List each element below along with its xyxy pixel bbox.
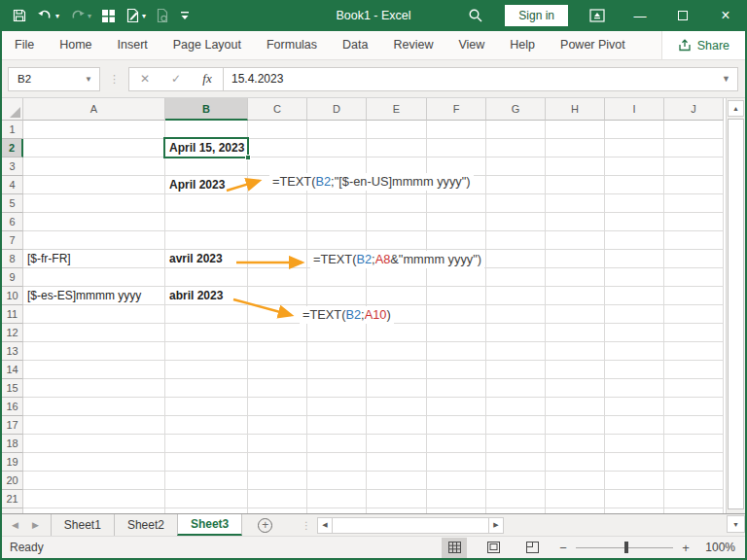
undo-icon[interactable]: ▾ — [33, 3, 63, 28]
save-icon[interactable] — [8, 3, 31, 28]
row-header-10[interactable]: 10 — [2, 287, 23, 305]
worksheet-grid[interactable]: ABCDEFGHIJ 12345678910111213141516171819… — [2, 98, 745, 513]
row-header-6[interactable]: 6 — [2, 213, 23, 231]
column-header-J[interactable]: J — [664, 98, 724, 121]
minimize-button[interactable]: — — [619, 0, 661, 31]
row-header-16[interactable]: 16 — [2, 398, 23, 416]
tab-help[interactable]: Help — [497, 31, 548, 59]
row-header-5[interactable]: 5 — [2, 194, 23, 213]
row-header-3[interactable]: 3 — [2, 158, 23, 176]
row-header-12[interactable]: 12 — [2, 324, 23, 342]
zoom-out-button[interactable]: − — [558, 541, 568, 555]
column-header-G[interactable]: G — [486, 98, 546, 121]
search-icon[interactable] — [454, 0, 497, 31]
tab-data[interactable]: Data — [330, 31, 380, 59]
column-header-D[interactable]: D — [307, 98, 367, 121]
row-header-2[interactable]: 2 — [2, 139, 23, 158]
formula-input[interactable]: 15.4.2023 ▼ — [224, 67, 738, 91]
row-header-11[interactable]: 11 — [2, 305, 23, 324]
scroll-down-icon[interactable]: ▼ — [727, 515, 745, 533]
enter-icon[interactable]: ✓ — [160, 72, 192, 86]
page-layout-view-icon[interactable] — [480, 538, 506, 558]
cancel-icon[interactable]: ✕ — [129, 72, 160, 86]
ribbon-display-options-icon[interactable] — [576, 0, 619, 31]
row-header-21[interactable]: 21 — [2, 490, 23, 508]
formula-text-row-4: =TEXT(B2;"[$-en-US]mmmm yyyy") — [269, 173, 474, 191]
tab-review[interactable]: Review — [380, 31, 445, 59]
row-header-14[interactable]: 14 — [2, 361, 23, 379]
insert-function-icon[interactable]: fx — [192, 71, 223, 87]
zoom-control: − + — [558, 541, 691, 555]
sheet-nav-left-icon[interactable]: ◀ — [12, 520, 18, 530]
cell-B4[interactable]: April 2023 — [169, 176, 225, 194]
tab-power-pivot[interactable]: Power Pivot — [548, 31, 638, 59]
column-header-C[interactable]: C — [248, 98, 307, 121]
column-header-A[interactable]: A — [23, 98, 165, 121]
row-header-19[interactable]: 19 — [2, 453, 23, 472]
tab-view[interactable]: View — [445, 31, 497, 59]
vertical-scrollbar-thumb[interactable] — [728, 119, 744, 509]
scroll-left-icon[interactable]: ◀ — [317, 517, 333, 534]
fill-handle[interactable] — [245, 155, 251, 160]
column-header-H[interactable]: H — [546, 98, 605, 121]
cell-A10[interactable]: [$-es-ES]mmmm yyyy — [27, 287, 141, 305]
sheet-nav-right-icon[interactable]: ▶ — [32, 520, 39, 530]
sheet-tab-sheet2[interactable]: Sheet2 — [114, 514, 177, 536]
tab-page-layout[interactable]: Page Layout — [160, 31, 254, 59]
row-header-9[interactable]: 9 — [2, 268, 23, 287]
zoom-in-button[interactable]: + — [681, 541, 691, 555]
formula-bar-divider: ⋮ — [109, 73, 120, 86]
cell-B8[interactable]: avril 2023 — [169, 250, 223, 268]
tab-insert[interactable]: Insert — [105, 31, 160, 59]
maximize-button[interactable] — [661, 0, 704, 31]
customize-toolbar-icon[interactable] — [175, 3, 195, 28]
row-header-1[interactable]: 1 — [2, 121, 23, 139]
row-header-18[interactable]: 18 — [2, 435, 23, 453]
expand-formula-bar-icon[interactable]: ▼ — [722, 74, 737, 84]
redo-icon: ▾ — [65, 3, 95, 28]
sheet-tab-sheet3[interactable]: Sheet3 — [177, 514, 242, 536]
row-header-13[interactable]: 13 — [2, 342, 23, 361]
paste-special-icon[interactable]: ▾ — [122, 3, 150, 28]
cell-B10[interactable]: abril 2023 — [169, 287, 223, 305]
cell-A8[interactable]: [$-fr-FR] — [27, 250, 71, 268]
scroll-up-icon[interactable]: ▲ — [728, 100, 744, 117]
new-sheet-button[interactable]: + — [258, 514, 272, 536]
name-box-dropdown-icon[interactable]: ▼ — [85, 75, 99, 84]
normal-view-icon[interactable] — [442, 538, 467, 558]
paste-dropdown-icon[interactable]: ▾ — [142, 12, 146, 20]
column-header-F[interactable]: F — [427, 98, 486, 121]
column-header-I[interactable]: I — [605, 98, 664, 121]
column-header-E[interactable]: E — [367, 98, 427, 121]
excel-window: ▾ ▾ ▾ Book1 - Excel Sign in — [0, 0, 747, 560]
tab-file[interactable]: File — [2, 31, 47, 59]
sign-in-button[interactable]: Sign in — [505, 5, 568, 26]
zoom-slider[interactable] — [576, 542, 673, 553]
sheet-nav-arrows: ◀ ▶ — [2, 514, 51, 536]
page-break-preview-icon[interactable] — [519, 538, 545, 558]
vertical-scrollbar[interactable]: ▲ — [726, 98, 745, 513]
row-header-20[interactable]: 20 — [2, 472, 23, 490]
row-header-8[interactable]: 8 — [2, 250, 23, 268]
share-button[interactable]: Share — [661, 31, 745, 59]
horizontal-scrollbar[interactable]: ⋮ ◀ ▶ — [302, 516, 504, 534]
zoom-level[interactable]: 100% — [700, 541, 735, 554]
row-header-15[interactable]: 15 — [2, 379, 23, 398]
sheet-tab-sheet1[interactable]: Sheet1 — [51, 514, 114, 536]
column-header-B[interactable]: B — [165, 98, 248, 121]
tab-formulas[interactable]: Formulas — [254, 31, 330, 59]
undo-dropdown-icon[interactable]: ▾ — [55, 12, 59, 20]
row-header-7[interactable]: 7 — [2, 231, 23, 250]
close-button[interactable]: × — [704, 0, 747, 31]
scrollbar-grip-icon[interactable]: ⋮ — [302, 520, 311, 531]
gridline — [723, 121, 724, 513]
row-header-4[interactable]: 4 — [2, 176, 23, 194]
tab-home[interactable]: Home — [47, 31, 104, 59]
zoom-slider-thumb[interactable] — [624, 542, 628, 553]
select-all-corner[interactable] — [2, 98, 23, 121]
name-box[interactable]: B2 ▼ — [8, 67, 100, 91]
scroll-right-icon[interactable]: ▶ — [488, 517, 504, 534]
horizontal-scrollbar-thumb[interactable] — [333, 517, 488, 534]
row-header-17[interactable]: 17 — [2, 416, 23, 435]
grid-view-icon[interactable] — [97, 3, 120, 28]
